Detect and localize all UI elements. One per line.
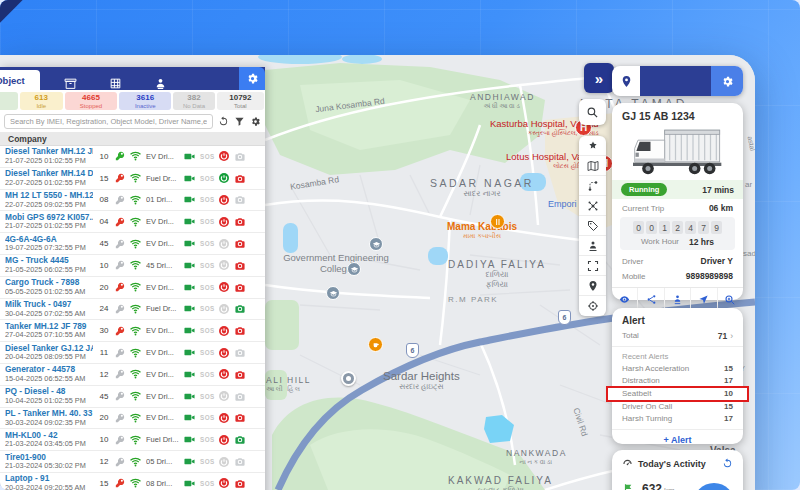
search-input[interactable]: [4, 114, 213, 129]
alert-item[interactable]: Harsh Turning 17: [612, 413, 743, 425]
camera-status-icon[interactable]: [234, 173, 246, 184]
immobilizer-status-icon[interactable]: [218, 325, 230, 337]
sos-label[interactable]: SOS: [200, 393, 214, 400]
camera-status-icon[interactable]: [234, 456, 246, 467]
immobilizer-status-icon[interactable]: [218, 259, 230, 271]
camera-status-icon[interactable]: [234, 347, 246, 358]
vehicle-row[interactable]: Diesel Tanker GJ.12 JA.. 20-04-2025 08:0…: [0, 342, 265, 364]
camera-status-icon[interactable]: [234, 434, 246, 445]
label-tag-button[interactable]: [579, 216, 606, 236]
place-pin-button[interactable]: [579, 276, 606, 296]
camera-status-icon[interactable]: [234, 478, 246, 489]
gear-icon[interactable]: [250, 116, 261, 127]
video-camera-icon[interactable]: [183, 412, 196, 423]
sidebar-settings-button[interactable]: [239, 67, 265, 90]
alert-total-row[interactable]: Total 71›: [612, 329, 743, 347]
school-poi-icon[interactable]: [369, 237, 383, 251]
sos-label[interactable]: SOS: [200, 175, 214, 182]
favorite-star-button[interactable]: [579, 136, 606, 156]
camera-status-icon[interactable]: [234, 238, 246, 249]
vehicle-row[interactable]: Milk Truck - 0497 30-04-2025 07:02:55 AM…: [0, 299, 265, 321]
immobilizer-status-icon[interactable]: [218, 412, 230, 424]
map-type-button[interactable]: [579, 156, 606, 176]
video-camera-icon[interactable]: [183, 347, 196, 358]
sos-label[interactable]: SOS: [200, 284, 214, 291]
status-chip[interactable]: 10792 Total: [217, 92, 264, 110]
vehicle-row[interactable]: Diesel Tanker MH.12 JF 7... 21-07-2025 0…: [0, 146, 265, 168]
status-chip[interactable]: [0, 92, 18, 110]
camera-status-icon[interactable]: [234, 216, 246, 227]
video-camera-icon[interactable]: [183, 325, 196, 336]
status-chip[interactable]: 4665 Stopped: [65, 92, 117, 110]
video-camera-icon[interactable]: [183, 216, 196, 227]
camera-status-icon[interactable]: [234, 369, 246, 380]
sos-label[interactable]: SOS: [200, 414, 214, 421]
grid-icon[interactable]: [109, 77, 122, 90]
alert-item[interactable]: Harsh Acceleration 15: [612, 363, 743, 375]
locate-crosshair-button[interactable]: [579, 296, 606, 316]
sos-label[interactable]: SOS: [200, 196, 214, 203]
status-chip[interactable]: 613 Idle: [20, 92, 63, 110]
vehicle-row[interactable]: PQ - Diesel - 48 10-04-2025 01:02:55 PM …: [0, 386, 265, 408]
alert-item[interactable]: Seatbelt 10: [608, 388, 747, 400]
vehicle-row[interactable]: PL - Tanker MH. 40. 33 30-03-2024 09:02:…: [0, 408, 265, 430]
immobilizer-status-icon[interactable]: [218, 150, 230, 162]
status-chip[interactable]: 382 No Data: [173, 92, 214, 110]
camera-status-icon[interactable]: [234, 412, 246, 423]
video-camera-icon[interactable]: [183, 282, 196, 293]
sos-label[interactable]: SOS: [200, 349, 214, 356]
camera-status-icon[interactable]: [234, 303, 246, 314]
video-camera-icon[interactable]: [183, 151, 196, 162]
video-camera-icon[interactable]: [183, 478, 196, 489]
camera-status-icon[interactable]: [234, 151, 246, 162]
immobilizer-status-icon[interactable]: [218, 477, 230, 489]
video-camera-icon[interactable]: [183, 260, 196, 271]
activity-refresh-icon[interactable]: [722, 458, 733, 469]
add-alert-button[interactable]: + Alert: [612, 429, 743, 450]
immobilizer-status-icon[interactable]: [218, 172, 230, 184]
camera-status-icon[interactable]: [234, 391, 246, 402]
vehicle-row[interactable]: Laptop - 91 20-03-2024 09:20:55 AM 15 08…: [0, 473, 265, 490]
school-poi-icon[interactable]: [326, 286, 340, 300]
sos-label[interactable]: SOS: [200, 458, 214, 465]
alert-item[interactable]: Driver On Call 15: [612, 401, 743, 413]
school-poi-icon[interactable]: [347, 262, 361, 276]
immobilizer-status-icon[interactable]: [218, 238, 230, 250]
route-button[interactable]: [579, 176, 606, 196]
vehicle-row[interactable]: Generator - 44578 15-04-2025 06:52:55 AM…: [0, 364, 265, 386]
video-camera-icon[interactable]: [183, 173, 196, 184]
fullscreen-button[interactable]: [579, 256, 606, 276]
immobilizer-status-icon[interactable]: [218, 368, 230, 380]
sos-label[interactable]: SOS: [200, 327, 214, 334]
video-camera-icon[interactable]: [183, 194, 196, 205]
immobilizer-status-icon[interactable]: [218, 347, 230, 359]
alert-item[interactable]: Distraction 17: [612, 375, 743, 387]
immobilizer-status-icon[interactable]: [218, 434, 230, 446]
list-group-header[interactable]: Company: [0, 132, 265, 146]
vehicle-row[interactable]: Tire01-900 21-03-2024 05:30:02 PM 12 05 …: [0, 451, 265, 473]
vehicle-row[interactable]: Diesel Tanker MH.14 DM... 22-07-2025 01:…: [0, 168, 265, 190]
camera-status-icon[interactable]: [234, 194, 246, 205]
vehicle-row[interactable]: 4G-6A-4G-6A 19-07-2025 07:32:55 PM 45 EV…: [0, 233, 265, 255]
video-camera-icon[interactable]: [183, 456, 196, 467]
status-chip[interactable]: 3616 Inactive: [119, 92, 171, 110]
vehicle-row[interactable]: MH-KL00 - 42 21-03-2024 03:45:05 PM 10 F…: [0, 429, 265, 451]
sos-label[interactable]: SOS: [200, 305, 214, 312]
sos-label[interactable]: SOS: [200, 371, 214, 378]
immobilizer-status-icon[interactable]: [218, 303, 230, 315]
sos-label[interactable]: SOS: [200, 436, 214, 443]
collapse-panel-button[interactable]: »: [584, 63, 614, 93]
sos-label[interactable]: SOS: [200, 218, 214, 225]
archive-box-icon[interactable]: [64, 77, 77, 90]
selected-vehicle-field[interactable]: [640, 66, 711, 96]
filter-icon[interactable]: [234, 116, 245, 127]
immobilizer-status-icon[interactable]: [218, 281, 230, 293]
video-camera-icon[interactable]: [183, 434, 196, 445]
map-search-button[interactable]: [579, 99, 606, 125]
camera-status-icon[interactable]: [234, 282, 246, 293]
camera-status-icon[interactable]: [234, 260, 246, 271]
panel-settings-button[interactable]: [711, 66, 743, 96]
tab-object[interactable]: Object: [0, 70, 40, 90]
immobilizer-status-icon[interactable]: [218, 194, 230, 206]
camera-status-icon[interactable]: [234, 325, 246, 336]
